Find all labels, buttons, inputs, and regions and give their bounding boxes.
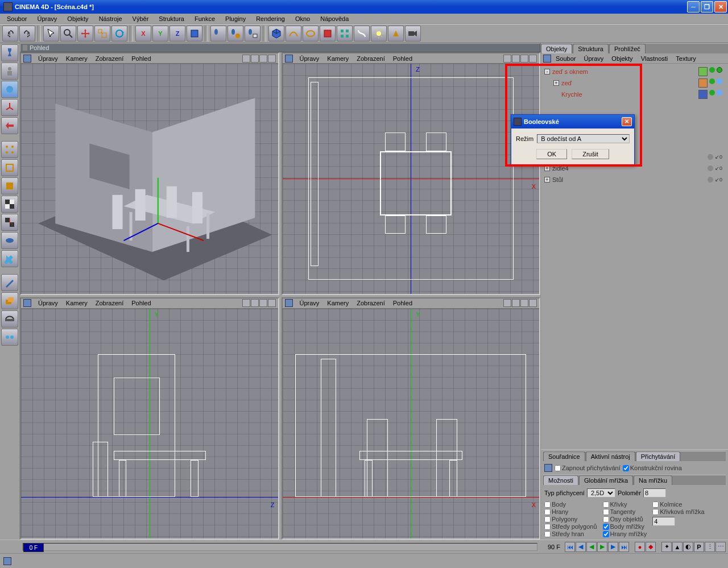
expand-icon[interactable]: +: [544, 165, 550, 171]
chk-krivky[interactable]: Křivky: [603, 501, 647, 508]
y-axis-lock[interactable]: Y: [152, 26, 168, 42]
add-light-button[interactable]: [371, 26, 387, 42]
vp-menu-upravy[interactable]: Úpravy: [296, 299, 323, 307]
panel-config-icon[interactable]: [543, 55, 551, 63]
obj-name[interactable]: Krychle: [561, 91, 582, 98]
vp-move-icon[interactable]: [242, 55, 250, 63]
vp-menu-zobrazeni[interactable]: Zobrazení: [92, 55, 127, 63]
add-hypernurbs-button[interactable]: [320, 26, 336, 42]
dialog-cancel-button[interactable]: Zrušit: [572, 149, 609, 159]
lt-model-icon[interactable]: [1, 63, 18, 80]
vp-rotate-icon[interactable]: [259, 55, 267, 63]
viewport-perspective[interactable]: Úpravy Kamery Zobrazení Pohled: [20, 52, 279, 295]
obj-row[interactable]: + zeď: [543, 77, 726, 89]
tab-moznosti[interactable]: Možnosti: [543, 475, 578, 485]
vp-rotate-icon[interactable]: [520, 299, 528, 307]
chk-osy[interactable]: Osy objektů: [603, 516, 647, 523]
vp-zoom-icon[interactable]: [251, 299, 259, 307]
viewport-top[interactable]: Úpravy Kamery Zobrazení Pohled X Z: [282, 52, 541, 295]
redo-button[interactable]: [19, 26, 35, 42]
lt-ik-icon[interactable]: [1, 232, 18, 249]
move-tool[interactable]: [77, 26, 93, 42]
add-array-button[interactable]: [337, 26, 353, 42]
vp-move-icon[interactable]: [503, 299, 511, 307]
tab-prichytavani[interactable]: Přichytávání: [636, 451, 681, 461]
tl-opt1-button[interactable]: ✦: [661, 542, 672, 552]
tab-globalni[interactable]: Globální mřížka: [579, 475, 633, 485]
snap-type-select[interactable]: 2,5D: [587, 488, 615, 497]
menu-okno[interactable]: Okno: [291, 14, 315, 23]
vp-menu-zobrazeni[interactable]: Zobrazení: [353, 55, 388, 63]
add-cube-button[interactable]: [268, 26, 284, 42]
expand-icon[interactable]: +: [544, 177, 550, 183]
timeline-slider[interactable]: 0 F: [23, 543, 537, 551]
snap-radius-input[interactable]: [643, 488, 666, 497]
chk-kolmice[interactable]: Kolmice: [652, 501, 704, 508]
menu-struktura[interactable]: Struktura: [154, 14, 189, 23]
x-axis-lock[interactable]: X: [135, 26, 151, 42]
z-axis-lock[interactable]: Z: [169, 26, 185, 42]
vp-zoom-icon[interactable]: [512, 299, 520, 307]
status-config-icon[interactable]: [3, 557, 11, 565]
render-view-button[interactable]: [210, 26, 226, 42]
tl-opt2-button[interactable]: ▲: [672, 542, 682, 552]
vp-max-icon[interactable]: [268, 299, 276, 307]
dialog-close-button[interactable]: ✕: [622, 117, 632, 126]
snap-constr[interactable]: Konstrukční rovina: [623, 465, 682, 471]
vp-menu-pohled[interactable]: Pohled: [128, 299, 154, 307]
vp-config-icon[interactable]: [23, 55, 31, 63]
close-button[interactable]: ✕: [714, 1, 727, 13]
pmenu-soubor[interactable]: Soubor: [552, 55, 579, 63]
tab-souradnice[interactable]: Souřadnice: [543, 451, 585, 461]
vp-menu-pohled[interactable]: Pohled: [390, 299, 416, 307]
tl-opt3-button[interactable]: ◐: [683, 542, 693, 552]
lt-vase-icon[interactable]: [1, 44, 18, 61]
expand-icon[interactable]: -: [544, 69, 550, 74]
chk-body-mrizky[interactable]: Body mřížky: [603, 523, 647, 530]
vp-config-icon[interactable]: [285, 55, 293, 63]
expand-icon[interactable]: +: [553, 80, 559, 86]
tl-play-back-button[interactable]: ◀: [586, 542, 597, 552]
obj-name[interactable]: zeď: [561, 80, 572, 86]
menu-rendering[interactable]: Rendering: [251, 14, 289, 23]
vp-config-icon[interactable]: [285, 299, 293, 307]
menu-soubor[interactable]: Soubor: [2, 14, 31, 23]
lt-polygons-icon[interactable]: [1, 177, 18, 194]
menu-upravy[interactable]: Úpravy: [32, 14, 61, 23]
lt-texture-icon[interactable]: [1, 196, 18, 213]
render-settings-button[interactable]: [228, 26, 243, 42]
vp-menu-zobrazeni[interactable]: Zobrazení: [92, 299, 127, 307]
chk-polygony[interactable]: Polygony: [544, 516, 597, 523]
lt-weld-icon[interactable]: [1, 329, 18, 346]
vp-rotate-icon[interactable]: [259, 299, 267, 307]
pmenu-upravy[interactable]: Úpravy: [580, 55, 607, 63]
vp-menu-zobrazeni[interactable]: Zobrazení: [353, 299, 388, 307]
add-scene-button[interactable]: [388, 26, 404, 42]
vp-menu-upravy[interactable]: Úpravy: [35, 299, 61, 307]
tab-struktura[interactable]: Struktura: [573, 44, 609, 53]
lt-knife-icon[interactable]: [1, 274, 18, 291]
add-nurbs-button[interactable]: [303, 26, 318, 42]
vp-menu-kamery[interactable]: Kamery: [63, 55, 91, 63]
vp-menu-pohled[interactable]: Pohled: [390, 55, 416, 63]
vp-menu-kamery[interactable]: Kamery: [63, 299, 91, 307]
obj-row[interactable]: + Stůl ↙0: [543, 174, 726, 185]
scale-tool[interactable]: [94, 26, 110, 42]
obj-row[interactable]: Krychle: [543, 89, 726, 100]
tl-next-button[interactable]: ▶: [608, 542, 618, 552]
menu-pluginy[interactable]: Pluginy: [221, 14, 250, 23]
chk-stredy-hran[interactable]: Středy hran: [544, 530, 597, 537]
add-spline-button[interactable]: [286, 26, 301, 42]
dialog-titlebar[interactable]: Booleovské ✕: [511, 115, 634, 128]
vp-zoom-icon[interactable]: [251, 55, 259, 63]
tl-prev-button[interactable]: ◀: [576, 542, 586, 552]
vp-max-icon[interactable]: [268, 55, 276, 63]
vp-move-icon[interactable]: [503, 55, 511, 63]
timeline-knob[interactable]: 0 F: [23, 543, 44, 552]
snap-extra-input[interactable]: [652, 517, 675, 526]
tl-key-button[interactable]: ◆: [646, 542, 656, 552]
add-deformer-button[interactable]: [354, 26, 370, 42]
pmenu-textury[interactable]: Textury: [672, 55, 699, 63]
pmenu-objekty[interactable]: Objekty: [608, 55, 636, 63]
lt-object-icon[interactable]: [1, 81, 18, 98]
